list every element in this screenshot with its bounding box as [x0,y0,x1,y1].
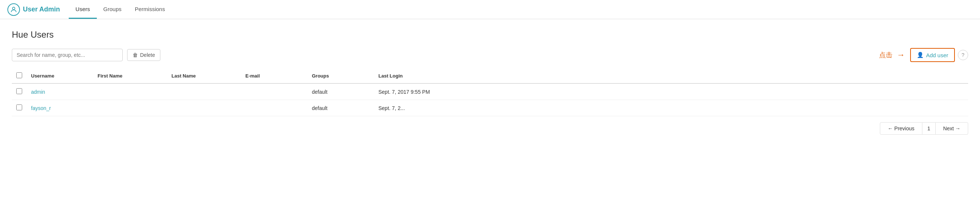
row-username-0: admin [27,84,93,100]
top-navigation: User Admin Users Groups Permissions [0,0,980,19]
header-groups: Groups [307,69,374,84]
row-firstname-1 [93,100,167,116]
prev-button[interactable]: ← Previous [880,122,922,135]
next-button[interactable]: Next → [935,122,968,135]
search-input[interactable] [12,49,123,61]
users-table: Username First Name Last Name E-mail Gro… [12,69,968,116]
tab-groups[interactable]: Groups [97,0,128,19]
pagination: ← Previous 1 Next → [12,122,968,139]
header-checkbox-cell [12,69,27,84]
table-row: admin default Sept. 7, 2017 9:55 PM [12,84,968,100]
add-user-button[interactable]: 👤 Add user [910,48,955,62]
toolbar-right: 点击 → 👤 Add user ? [879,48,968,62]
table-row: fayson_r default Sept. 7, 2... [12,100,968,116]
main-content: Hue Users 🗑 Delete 点击 → 👤 Add user ? [0,19,980,220]
toolbar-left: 🗑 Delete [12,49,161,61]
row-groups-1: default [307,100,374,116]
select-all-checkbox[interactable] [16,72,22,78]
row-email-1 [241,100,307,116]
nav-brand[interactable]: User Admin [7,3,60,16]
row-lastlogin-0: Sept. 7, 2017 9:55 PM [374,84,968,100]
header-username: Username [27,69,93,84]
toolbar: 🗑 Delete 点击 → 👤 Add user ? [12,48,968,62]
add-user-label: Add user [926,52,948,58]
brand-icon [7,3,20,16]
help-icon: ? [961,52,964,58]
row-checkbox-0[interactable] [16,88,22,94]
username-link-0[interactable]: admin [31,89,45,95]
username-link-1[interactable]: fayson_r [31,105,51,111]
header-lastlogin: Last Login [374,69,968,84]
row-checkbox-cell [12,84,27,100]
annotation-arrow: → [897,50,905,60]
header-lastname: Last Name [167,69,241,84]
header-firstname: First Name [93,69,167,84]
row-firstname-0 [93,84,167,100]
delete-label: Delete [140,52,155,58]
brand-label: User Admin [23,6,60,13]
trash-icon: 🗑 [133,52,138,58]
annotation-text: 点击 [879,51,892,59]
user-plus-icon: 👤 [917,52,924,58]
svg-point-0 [13,7,15,9]
row-lastname-0 [167,84,241,100]
tab-permissions[interactable]: Permissions [128,0,172,19]
row-checkbox-1[interactable] [16,104,22,110]
row-lastname-1 [167,100,241,116]
row-lastlogin-1: Sept. 7, 2... [374,100,968,116]
row-email-0 [241,84,307,100]
page-title: Hue Users [12,30,968,40]
nav-tabs: Users Groups Permissions [69,0,172,19]
help-button[interactable]: ? [958,50,968,60]
row-checkbox-cell [12,100,27,116]
table-header-row: Username First Name Last Name E-mail Gro… [12,69,968,84]
row-username-1: fayson_r [27,100,93,116]
tab-users[interactable]: Users [69,0,97,19]
current-page: 1 [922,122,935,135]
header-email: E-mail [241,69,307,84]
delete-button[interactable]: 🗑 Delete [127,49,161,61]
row-groups-0: default [307,84,374,100]
